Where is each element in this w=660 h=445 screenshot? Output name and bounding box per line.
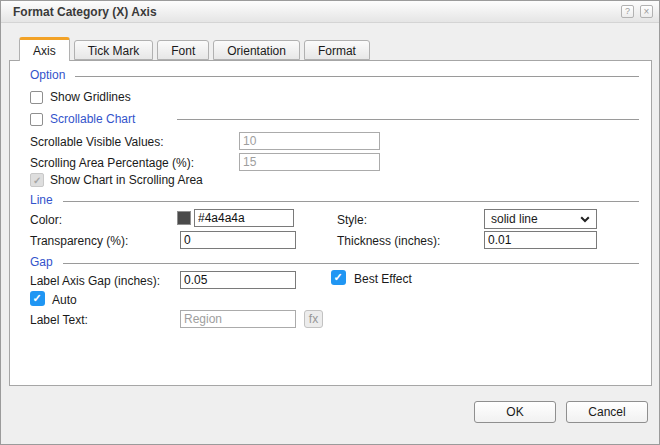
label-axis-gap-label: Label Axis Gap (inches): bbox=[30, 274, 160, 288]
chevron-down-icon bbox=[580, 216, 590, 223]
label-text-input bbox=[180, 310, 296, 328]
scrollable-chart-label: Scrollable Chart bbox=[50, 112, 135, 126]
dialog-title: Format Category (X) Axis bbox=[13, 5, 157, 19]
option-section-title: Option bbox=[30, 68, 65, 82]
color-swatch[interactable] bbox=[177, 211, 191, 225]
style-label: Style: bbox=[337, 213, 367, 227]
ok-button[interactable]: OK bbox=[474, 401, 556, 423]
scrollable-chart-checkbox[interactable] bbox=[30, 113, 43, 126]
section-divider bbox=[63, 263, 639, 264]
thickness-input[interactable] bbox=[484, 231, 597, 249]
format-axis-dialog: Format Category (X) Axis ? × Axis Tick M… bbox=[0, 0, 660, 445]
label-text-label: Label Text: bbox=[30, 313, 88, 327]
label-axis-gap-input[interactable] bbox=[180, 271, 296, 289]
help-icon[interactable]: ? bbox=[621, 5, 634, 18]
line-section-title: Line bbox=[30, 193, 53, 207]
section-divider bbox=[63, 201, 639, 202]
gap-section-title: Gap bbox=[30, 255, 53, 269]
show-gridlines-label: Show Gridlines bbox=[50, 90, 131, 104]
axis-tab-panel: Option Show Gridlines Scrollable Chart S… bbox=[9, 60, 652, 386]
scrolling-area-percentage-label: Scrolling Area Percentage (%): bbox=[30, 156, 194, 170]
tab-format[interactable]: Format bbox=[304, 40, 370, 60]
tab-bar: Axis Tick Mark Font Orientation Format bbox=[19, 37, 370, 60]
close-icon[interactable]: × bbox=[640, 5, 653, 18]
scrollable-visible-values-label: Scrollable Visible Values: bbox=[30, 135, 164, 149]
scrollable-chart-divider bbox=[177, 119, 639, 120]
color-label: Color: bbox=[30, 213, 62, 227]
scrolling-area-percentage-input bbox=[239, 153, 380, 171]
cancel-button[interactable]: Cancel bbox=[566, 401, 648, 423]
gap-section-header: Gap bbox=[30, 255, 639, 269]
tab-font[interactable]: Font bbox=[157, 40, 209, 60]
auto-label: Auto bbox=[52, 293, 77, 307]
tab-tick-mark[interactable]: Tick Mark bbox=[74, 40, 154, 60]
tab-axis[interactable]: Axis bbox=[19, 37, 70, 61]
show-chart-in-scrolling-area-label: Show Chart in Scrolling Area bbox=[50, 173, 203, 187]
show-gridlines-checkbox[interactable] bbox=[30, 91, 43, 104]
color-input[interactable] bbox=[194, 209, 294, 227]
style-select-value: solid line bbox=[491, 212, 538, 226]
show-chart-in-scrolling-area-checkbox bbox=[30, 173, 44, 187]
scrollable-visible-values-input bbox=[239, 132, 380, 150]
section-divider bbox=[75, 76, 639, 77]
best-effect-checkbox[interactable] bbox=[331, 270, 346, 285]
tab-orientation[interactable]: Orientation bbox=[213, 40, 300, 60]
auto-checkbox[interactable] bbox=[30, 291, 45, 306]
title-bar: Format Category (X) Axis ? × bbox=[1, 1, 659, 23]
transparency-input[interactable] bbox=[180, 231, 296, 249]
transparency-label: Transparency (%): bbox=[30, 234, 128, 248]
line-section-header: Line bbox=[30, 193, 639, 207]
best-effect-label: Best Effect bbox=[354, 272, 412, 286]
thickness-label: Thickness (inches): bbox=[337, 234, 440, 248]
option-section-header: Option bbox=[30, 68, 639, 82]
formula-fx-button: fx bbox=[304, 310, 323, 328]
style-select[interactable]: solid line bbox=[484, 209, 597, 229]
